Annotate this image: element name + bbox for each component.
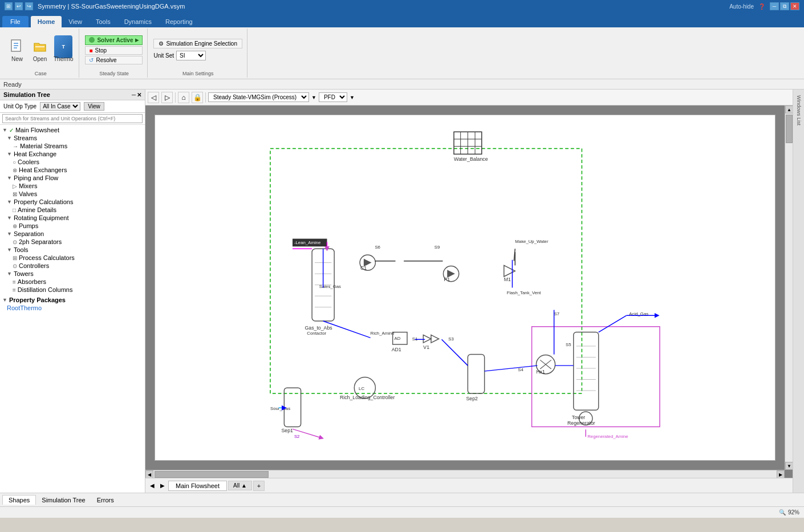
nav-right-btn[interactable]: ▶ — [158, 481, 167, 490]
tree-pumps[interactable]: ⊕ Pumps — [0, 222, 145, 230]
scroll-left-btn[interactable]: ◀ — [145, 470, 153, 478]
tree-streams[interactable]: ▼ Streams — [0, 134, 145, 142]
svg-line-51 — [599, 315, 627, 332]
panel-tab-sim-tree[interactable]: Simulation Tree — [36, 496, 91, 505]
tree-coolers[interactable]: ○ Coolers — [0, 158, 145, 166]
water-balance-unit[interactable] — [454, 132, 482, 154]
tree-property-packages[interactable]: ▼ Property Packages — [0, 296, 145, 304]
tree-mixers[interactable]: ▷ Mixers — [0, 182, 145, 190]
windows-list-panel[interactable]: Windows List — [793, 90, 804, 493]
scroll-up-btn[interactable]: ▲ — [785, 105, 793, 113]
tree-amine-details[interactable]: □ Amine Details — [0, 206, 145, 214]
tree-separation[interactable]: ▼ Separation — [0, 230, 145, 238]
sales-gas-label: Sales_Gas — [319, 284, 341, 289]
tab-home[interactable]: Home — [31, 16, 62, 27]
tree-material-streams[interactable]: → Material Streams — [0, 142, 145, 150]
tree-item-label: Towers — [14, 270, 34, 277]
window-controls[interactable]: ─ ⧉ ✕ — [770, 2, 799, 10]
tab-reporting[interactable]: Reporting — [159, 16, 200, 27]
pfd-scrollbar-horizontal[interactable]: ◀ ▶ — [145, 470, 785, 478]
new-icon — [8, 38, 26, 56]
redo-icon[interactable]: ↪ — [25, 2, 33, 10]
add-tab-btn[interactable]: + — [253, 481, 265, 491]
solver-active-button[interactable]: Solver Active ▶ — [85, 35, 143, 45]
tree-root-thermo[interactable]: RootThermo — [0, 304, 145, 312]
help-btn[interactable]: ❓ — [758, 3, 765, 10]
tab-tools[interactable]: Tools — [89, 16, 117, 27]
unit-set-select[interactable]: SI Field Metric CGS — [176, 51, 206, 60]
unit-set-row: Unit Set SI Field Metric CGS — [153, 51, 242, 60]
tree-distillation-columns[interactable]: ≡ Distillation Columns — [0, 286, 145, 294]
tree-heat-exchange[interactable]: ▼ Heat Exchange — [0, 150, 145, 158]
pfd-area: ◁ ▷ ⌂ 🔒 Steady State-VMGSim (Process) ▼ … — [145, 90, 793, 493]
sim-tree-tab-label: Simulation Tree — [42, 497, 85, 503]
sheet-tab-main-flowsheet[interactable]: Main Flowsheet — [168, 481, 227, 491]
minimize-btn[interactable]: ─ — [770, 2, 779, 10]
tower-regenerator[interactable] — [574, 332, 599, 425]
new-button[interactable]: New — [7, 36, 27, 63]
tree-piping-flow[interactable]: ▼ Piping and Flow — [0, 174, 145, 182]
restore-btn[interactable]: ⧉ — [780, 2, 789, 10]
toolbar-home-btn[interactable]: ⌂ — [178, 92, 189, 103]
panel-tab-shapes[interactable]: Shapes — [2, 495, 36, 505]
tree-2ph-separators[interactable]: ⊙ 2ph Separators — [0, 238, 145, 246]
pfd-diagram: Water_Balance Gas_to_Abs Contactor — [155, 115, 775, 460]
panel-tab-errors[interactable]: Errors — [91, 496, 120, 505]
tree-controllers[interactable]: ⊙ Controllers — [0, 262, 145, 270]
search-input[interactable] — [2, 114, 143, 123]
tab-file[interactable]: File — [2, 16, 29, 27]
scroll-down-btn[interactable]: ▼ — [785, 462, 793, 470]
flowsheet-check-icon: ✓ — [9, 127, 14, 133]
scroll-right-btn[interactable]: ▶ — [777, 470, 785, 478]
v1-unit[interactable] — [423, 335, 438, 343]
tree-main-flowsheet[interactable]: ▼ ✓ Main Flowsheet — [0, 126, 145, 134]
tab-dynamics[interactable]: Dynamics — [117, 16, 159, 27]
tree-tools[interactable]: ▼ Tools — [0, 246, 145, 254]
open-button[interactable]: Open — [30, 36, 50, 63]
sim-engine-button[interactable]: ⚙ Simulation Engine Selection — [153, 39, 242, 48]
tree-towers[interactable]: ▼ Towers — [0, 270, 145, 278]
sim-tree-controls: Unit Op Type All In Case View — [0, 100, 145, 113]
thermo-button[interactable]: T Thermo — [52, 36, 74, 63]
close-btn[interactable]: ✕ — [790, 2, 799, 10]
amine-icon: □ — [13, 207, 16, 213]
tab-view[interactable]: View — [62, 16, 89, 27]
svg-line-49 — [485, 366, 538, 371]
sep2-label: Sep2 — [466, 396, 478, 401]
resolve-button[interactable]: ↺ Resolve — [85, 56, 143, 64]
unit-op-type-select[interactable]: All In Case — [40, 102, 80, 111]
view-dropdown[interactable]: PFD — [319, 92, 347, 102]
tree-property-calcs[interactable]: ▼ Property Calculations — [0, 198, 145, 206]
sep2-unit[interactable] — [468, 355, 484, 393]
tree-absorbers[interactable]: ≡ Absorbers — [0, 278, 145, 286]
scroll-thumb-h[interactable] — [155, 471, 269, 478]
ad1-unit[interactable]: AD — [393, 332, 407, 344]
nav-left-btn[interactable]: ◀ — [148, 481, 157, 490]
all-btn[interactable]: All ▲ — [228, 481, 252, 490]
tree-rotating-equipment[interactable]: ▼ Rotating Equipment — [0, 214, 145, 222]
tree-valves[interactable]: ⊠ Valves — [0, 190, 145, 198]
tree-process-calculators[interactable]: ⊞ Process Calculators — [0, 254, 145, 262]
c1-label: C1 — [360, 265, 367, 271]
solver-controls: Solver Active ▶ ■ Stop ↺ Resolve — [85, 35, 143, 64]
m1-unit[interactable] — [504, 265, 515, 277]
tree-heat-exchangers[interactable]: ⊗ Heat Exchangers — [0, 166, 145, 174]
view-button[interactable]: View — [84, 102, 104, 111]
toolbar-lock-btn[interactable]: 🔒 — [192, 92, 203, 103]
autohide-btn[interactable]: Auto-hide — [729, 3, 754, 10]
toolbar-fwd-btn[interactable]: ▷ — [161, 92, 173, 103]
title-icons[interactable]: ⊞ ↩ ↪ — [5, 2, 33, 10]
pfd-scrollbar-vertical[interactable]: ▲ ▼ — [785, 105, 793, 470]
undo-icon[interactable]: ↩ — [15, 2, 23, 10]
v1-label: V1 — [423, 344, 429, 350]
stop-button[interactable]: ■ Stop — [85, 46, 143, 55]
toolbar-back-btn[interactable]: ◁ — [148, 92, 159, 103]
sim-tree-close[interactable]: ✕ — [137, 92, 141, 98]
sim-tree-minimize[interactable]: ─ — [132, 92, 136, 98]
svg-rect-4 — [270, 149, 582, 393]
tree-item-label: Absorbers — [18, 278, 46, 285]
pfd-canvas[interactable]: Water_Balance Gas_to_Abs Contactor — [145, 105, 793, 478]
scroll-thumb-v[interactable] — [786, 115, 793, 143]
tree-item-label: Separation — [14, 230, 44, 237]
solver-dropdown[interactable]: Steady State-VMGSim (Process) — [208, 92, 309, 102]
